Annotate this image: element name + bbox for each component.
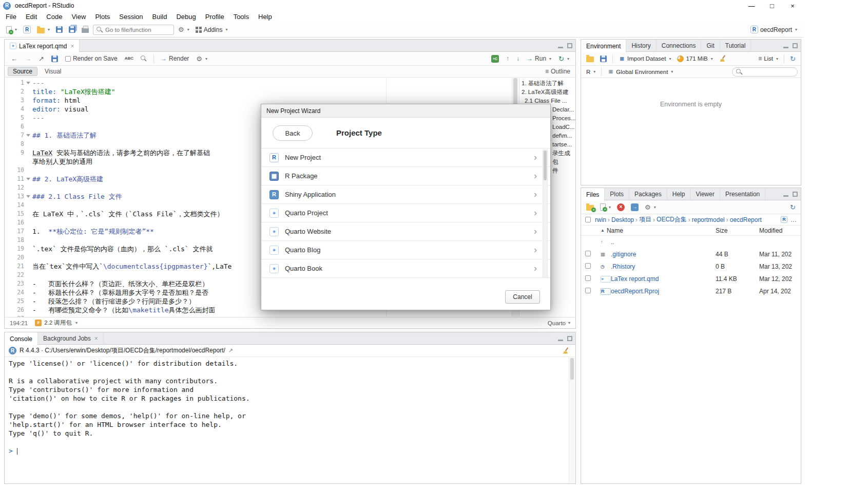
file-name[interactable]: .gitignore [611, 251, 716, 258]
copy-file-button[interactable]: → [629, 202, 641, 212]
next-section-button[interactable]: ↓ [514, 54, 522, 63]
menu-item[interactable]: Session [114, 12, 147, 21]
minimize-pane-icon[interactable] [783, 44, 788, 48]
breadcrumb-item[interactable]: Desktop [610, 216, 635, 223]
visual-toggle[interactable]: Visual [40, 67, 66, 76]
back-button[interactable]: Back [273, 125, 313, 141]
minimize-pane-icon[interactable] [558, 336, 563, 341]
editor-mode-selector[interactable]: Quarto▾ [548, 320, 570, 326]
cancel-button[interactable]: Cancel [505, 290, 540, 304]
row-checkbox[interactable] [585, 288, 591, 293]
menu-item[interactable]: Tools [229, 12, 254, 21]
save-all-button[interactable] [67, 25, 78, 34]
table-row[interactable]: ● LaTex report.qmd 11.4 KB Mar 12, 202 [581, 273, 801, 285]
goto-file-input[interactable] [105, 27, 168, 33]
outline-toggle[interactable]: ≡Outline [545, 68, 572, 75]
run-button[interactable]: →Run▾ [525, 54, 553, 63]
row-checkbox[interactable] [585, 263, 591, 269]
menu-item[interactable]: Build [148, 12, 172, 21]
project-type-option[interactable]: ● Quarto Project › [261, 204, 550, 222]
prev-section-button[interactable]: ↑ [504, 54, 511, 63]
project-type-option[interactable]: ▦ R Package › [261, 167, 550, 185]
menu-item[interactable]: Code [42, 12, 67, 21]
outline-item[interactable]: 1. 基础语法了解 [519, 79, 575, 88]
project-type-option[interactable]: R New Project › [261, 148, 550, 167]
tab[interactable]: Tutorial [720, 40, 751, 52]
menu-item[interactable]: Edit [21, 12, 42, 21]
breadcrumb-item[interactable]: OECD合集 [655, 215, 688, 224]
minimize-pane-icon[interactable] [558, 44, 563, 48]
insert-chunk-button[interactable]: +C [489, 54, 501, 64]
table-row[interactable]: R oecdReport.Rproj 217 B Apr 14, 202 [581, 285, 801, 297]
menu-item[interactable]: File [1, 12, 21, 21]
scrollbar-thumb[interactable] [544, 151, 547, 180]
tab[interactable]: Git [701, 40, 720, 52]
breadcrumb-item[interactable]: 项目 [638, 215, 652, 224]
breadcrumb-item[interactable]: reportmodel [691, 216, 726, 223]
project-type-option[interactable]: ● Quarto Website › [261, 222, 550, 241]
maximize-button[interactable]: □ [762, 0, 782, 11]
back-button[interactable]: ← [9, 54, 20, 64]
tab[interactable]: Background Jobs × [38, 332, 104, 345]
menu-item[interactable]: Profile [201, 12, 229, 21]
save-document-button[interactable] [49, 54, 60, 63]
tab[interactable]: History [626, 40, 656, 52]
breadcrumb-item[interactable]: oecdReport [729, 216, 763, 223]
render-settings-button[interactable]: ⚙▾ [194, 54, 209, 64]
addins-button[interactable]: Addins▾ [194, 25, 230, 34]
tab[interactable]: Help [667, 188, 691, 200]
print-button[interactable] [80, 25, 91, 34]
maximize-pane-icon[interactable] [567, 336, 572, 341]
render-on-save-checkbox[interactable]: Render on Save [63, 54, 120, 63]
new-file-button[interactable]: +▾ [4, 25, 19, 34]
clear-console-button[interactable] [560, 346, 571, 355]
column-size[interactable]: Size [716, 227, 759, 234]
load-workspace-button[interactable] [584, 54, 596, 63]
refresh-files-button[interactable]: ↻ [788, 202, 798, 212]
list-view-button[interactable]: ≡List▾ [756, 54, 780, 63]
tab[interactable]: Console [5, 332, 38, 345]
rerun-button[interactable]: ↻▾ [556, 54, 571, 64]
new-blank-file-button[interactable]: +▾ [598, 202, 613, 212]
project-selector[interactable]: RoecdReport▾ [748, 25, 799, 34]
table-row[interactable]: ▤ .gitignore 44 B Mar 11, 202 [581, 248, 801, 260]
section-selector[interactable]: #2.2 调用包▾ [35, 319, 78, 327]
tab[interactable]: Files [581, 188, 605, 201]
maximize-pane-icon[interactable] [793, 192, 798, 197]
refresh-environment-button[interactable]: ↻ [788, 54, 798, 64]
tab[interactable]: Packages [629, 188, 667, 200]
scrollbar-thumb[interactable] [570, 358, 574, 380]
spellcheck-button[interactable]: ABC [123, 55, 136, 62]
language-selector[interactable]: R▾ [584, 68, 597, 76]
row-checkbox[interactable] [585, 275, 591, 281]
menu-item[interactable]: Debug [171, 12, 200, 21]
maximize-pane-icon[interactable] [793, 43, 798, 48]
project-type-option[interactable]: ● Quarto Blog › [261, 241, 550, 259]
minimize-pane-icon[interactable] [783, 192, 788, 197]
dialog-scrollbar[interactable] [543, 149, 548, 278]
link-icon[interactable]: ↗ [228, 347, 233, 354]
menu-item[interactable]: Help [254, 12, 277, 21]
tools-button[interactable]: ⚙▾ [176, 25, 191, 34]
close-icon[interactable]: × [94, 335, 98, 342]
memory-usage-button[interactable]: 171 MiB▾ [675, 54, 715, 63]
render-button[interactable]: →Render [159, 54, 191, 63]
save-workspace-button[interactable] [598, 54, 609, 63]
save-button[interactable] [54, 25, 65, 34]
table-row[interactable]: ◷ .Rhistory 0 B Mar 13, 202 [581, 260, 801, 273]
popout-button[interactable]: ↗ [36, 54, 46, 64]
close-icon[interactable]: × [70, 43, 74, 50]
minimize-button[interactable]: — [741, 0, 762, 11]
close-button[interactable]: × [782, 0, 803, 11]
new-project-button[interactable]: R [21, 25, 33, 34]
menu-item[interactable]: View [67, 12, 90, 21]
import-dataset-button[interactable]: ▦Import Dataset▾ [616, 54, 673, 63]
select-all-checkbox[interactable] [585, 217, 591, 222]
column-name[interactable]: ▲Name [601, 227, 716, 234]
file-name[interactable]: oecdReport.Rproj [611, 288, 716, 295]
clear-environment-button[interactable] [717, 54, 728, 63]
table-row[interactable]: ↑ .. [581, 236, 801, 248]
console-scrollbar[interactable] [569, 358, 575, 483]
more-options-button[interactable]: ⚙▾ [643, 202, 658, 212]
file-name[interactable]: LaTex report.qmd [611, 275, 716, 283]
